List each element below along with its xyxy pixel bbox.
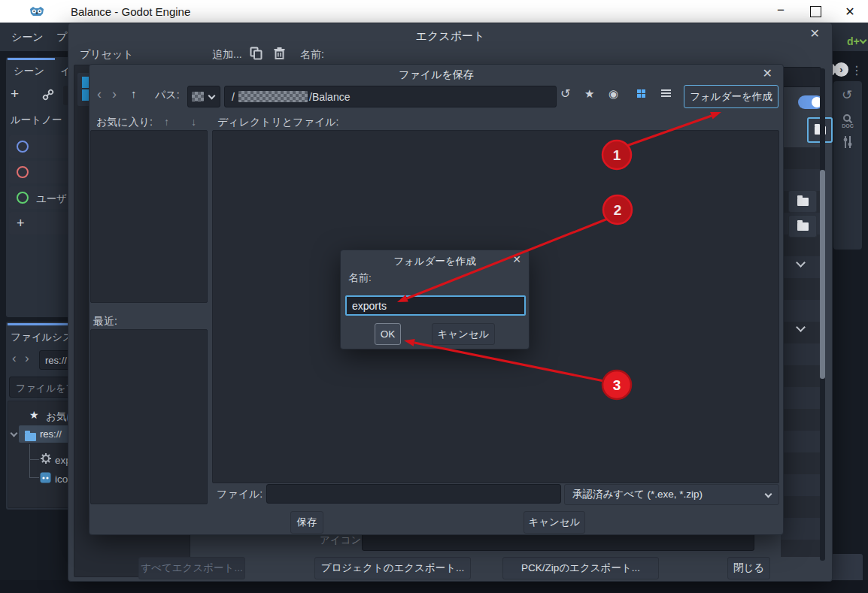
export-presets-file-icon — [40, 452, 52, 467]
export-pck-button[interactable]: PCK/Zipのエクスポート... — [502, 557, 659, 579]
folder-name-label: 名前: — [348, 273, 372, 284]
ui-node-label: ユーザ — [36, 192, 67, 206]
cancel-button[interactable]: キャンセル — [524, 511, 585, 534]
favorites-list[interactable] — [90, 130, 208, 303]
refresh-icon[interactable]: ↺ — [560, 86, 570, 101]
icon-svg-file-icon — [40, 472, 51, 486]
create-folder-close-icon[interactable]: ✕ — [512, 254, 521, 265]
folder-name-input[interactable] — [345, 295, 526, 316]
ok-button[interactable]: OK — [375, 323, 401, 345]
add-node-icon[interactable]: + — [11, 86, 19, 102]
tune-sliders-icon[interactable] — [842, 135, 854, 152]
options-top-field[interactable] — [781, 67, 821, 87]
favorite-up-icon[interactable]: ↑ — [164, 116, 169, 128]
nav-forward-icon[interactable]: › — [112, 86, 117, 102]
option-folder-button-1[interactable] — [788, 190, 817, 213]
close-window-button[interactable]: ✕ — [841, 5, 859, 19]
create-folder-cancel-button[interactable]: キャンセル — [432, 323, 495, 345]
create-folder-dialog: フォルダーを作成 ✕ 名前: OK キャンセル — [340, 250, 530, 349]
icon-property-label: アイコン — [320, 534, 361, 547]
filter-dropdown[interactable]: 承認済みすべて (*.exe, *.zip) — [564, 484, 779, 505]
filter-chevron-icon — [765, 491, 772, 498]
ui-node-icon — [17, 192, 29, 204]
recent-label: 最近: — [93, 316, 117, 327]
dock-menu-dots-icon[interactable]: ⋮ — [851, 63, 863, 77]
godot-logo-icon — [29, 3, 45, 23]
nav-up-icon[interactable]: ↑ — [131, 87, 137, 100]
tree-hline-2 — [29, 477, 39, 478]
save-button[interactable]: 保存 — [290, 511, 323, 534]
file-label: ファイル: — [217, 489, 263, 500]
inspector-side-toolbar: ↺ DOC — [833, 81, 862, 250]
other-node-plus-icon: + — [17, 216, 25, 231]
folder-icon — [797, 198, 809, 206]
favorite-toggle-icon[interactable]: ★ — [584, 87, 594, 101]
3d-node-icon — [17, 166, 29, 178]
path-label: パス: — [155, 89, 180, 101]
export-project-button[interactable]: プロジェクトのエクスポート... — [314, 557, 471, 579]
close-export-button[interactable]: 閉じる — [727, 557, 770, 579]
filesystem-tab-accent — [8, 323, 74, 325]
tab-scene[interactable]: シーン — [14, 65, 44, 78]
favorites-label: お気に入り: — [96, 116, 153, 128]
preset-copy-icon[interactable] — [250, 47, 263, 63]
drive-censored — [192, 92, 204, 101]
history-icon[interactable]: ↺ — [842, 87, 852, 103]
fs-res-label: res:// — [40, 428, 62, 440]
window-title: Balance - Godot Engine — [71, 5, 190, 18]
save-dialog-close-icon[interactable]: ✕ — [763, 68, 772, 80]
save-dialog-title: ファイルを保存 — [90, 68, 783, 82]
path-prefix: / — [232, 91, 235, 103]
menu-scene[interactable]: シーン — [11, 32, 44, 43]
minimize-button[interactable]: − — [772, 3, 790, 18]
nav-back-icon[interactable]: ‹ — [97, 86, 102, 102]
bottom-strip — [0, 580, 868, 593]
options-scrollbar-thumb[interactable] — [820, 170, 825, 379]
export-dialog-title: エクスポート — [68, 29, 832, 44]
grid-view-icon[interactable] — [637, 89, 645, 98]
res-expander-icon[interactable] — [11, 430, 18, 437]
forward-circle-icon[interactable]: › — [834, 62, 848, 77]
create-folder-title: フォルダーを作成 — [341, 255, 529, 268]
preset-delete-icon[interactable] — [273, 47, 286, 63]
instance-scene-icon[interactable] — [42, 89, 54, 104]
folder-icon — [797, 222, 809, 231]
list-view-icon[interactable] — [661, 89, 671, 97]
bottom-right-panel — [831, 554, 863, 582]
tree-vline — [29, 444, 30, 477]
fs-filter-input[interactable]: ファイルをフ — [9, 377, 77, 398]
res-folder-icon — [25, 433, 36, 441]
path-input[interactable]: / /Balance — [224, 86, 557, 107]
preset-add-button[interactable]: 追加... — [212, 49, 242, 60]
scene-tab-accent — [8, 58, 55, 60]
favorites-star-icon[interactable]: ★ — [29, 409, 39, 421]
search-docs-icon[interactable]: DOC — [839, 113, 856, 132]
path-suffix: /Balance — [309, 91, 350, 103]
fs-back-icon[interactable]: ‹ — [12, 351, 17, 366]
export-all-button[interactable]: すべてエクスポート... — [138, 557, 245, 579]
maximize-button[interactable] — [810, 6, 821, 17]
drive-chevron-icon — [208, 92, 216, 100]
2d-node-icon — [17, 141, 29, 153]
favorite-down-icon[interactable]: ↓ — [191, 116, 196, 128]
window-titlebar: Balance - Godot Engine − ✕ — [0, 0, 868, 23]
renderer-badge[interactable]: d+ — [847, 35, 860, 47]
drive-select[interactable] — [187, 86, 220, 107]
presets-label: プリセット — [80, 49, 134, 60]
tree-hline-1 — [29, 459, 39, 460]
path-censored — [238, 91, 308, 102]
show-hidden-icon[interactable]: ◉ — [609, 87, 618, 101]
option-folder-button-2[interactable] — [788, 215, 817, 238]
root-node-label: ルートノー — [11, 113, 62, 127]
dirs-files-label: ディレクトリとファイル: — [217, 116, 339, 128]
preset-name-label: 名前: — [300, 49, 324, 60]
create-folder-button[interactable]: フォルダーを作成 — [684, 85, 778, 108]
tab-filesystem[interactable]: ファイルシス — [11, 331, 73, 344]
file-name-input[interactable] — [266, 484, 561, 504]
fs-forward-icon[interactable]: › — [25, 351, 29, 366]
recent-list[interactable] — [90, 329, 208, 504]
export-dialog-close-icon[interactable]: ✕ — [810, 28, 820, 40]
svg-text:DOC: DOC — [842, 123, 854, 129]
